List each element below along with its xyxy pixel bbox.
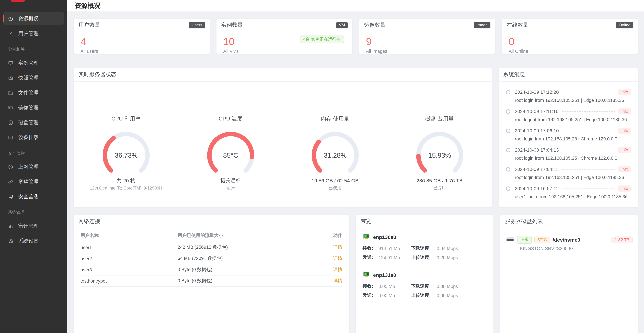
cell-username: testhoneypot: [80, 276, 178, 286]
dashed-divider: [562, 130, 615, 131]
board-icon: [8, 194, 14, 199]
sidebar-item-7[interactable]: 磁盘管理: [3, 116, 64, 129]
stat-card-body: 10All VMs4台 实例正在运行中: [216, 32, 352, 54]
up-label: 上传速度:: [411, 292, 437, 298]
sidebar-item-label: 实例管理: [18, 60, 38, 66]
message-item-1: 2024-10-09 17:11:16Inforoot logout from …: [506, 108, 631, 128]
table-row-testhoneypot: testhoneypot0 Byte (0 数据包)详情: [80, 275, 342, 287]
recv-value: 914.51 Mb: [378, 246, 411, 251]
user-icon: [8, 31, 14, 36]
message-timeline[interactable]: 2024-10-09 17:12:20Inforoot login from 1…: [498, 82, 638, 205]
col-username: 用户名称: [80, 228, 178, 242]
sidebar-item-1[interactable]: 用户管理: [3, 27, 64, 40]
stat-card-header: 在线数量Online: [502, 19, 638, 32]
message-time: 2024-10-09 17:12:20: [515, 89, 559, 95]
timeline-node-icon: [506, 148, 510, 152]
info-badge: Info: [618, 147, 631, 153]
disk-list-body: 正常67°C/dev/nvme01.82 TBKINGSTON SNV2S200…: [500, 228, 638, 251]
timeline-node-icon: [506, 167, 510, 172]
stat-card-body: 4All users: [74, 32, 210, 54]
sidebar-item-0[interactable]: 资源概况: [3, 12, 64, 25]
timeline-node-icon: [506, 109, 510, 114]
col-traffic: 用户已使用的流量大小: [178, 228, 318, 242]
running-badge: 4台 实例正在运行中: [300, 36, 344, 43]
network-title: 网络连接: [78, 218, 100, 225]
sidebar-item-12[interactable]: 安全监测: [3, 190, 64, 203]
bandwidth-panel: 带宽 enp130s0接收:914.51 Mb下载速度:0.04 Mbps发送:…: [356, 215, 494, 333]
stat-card-body: 0All Online: [502, 32, 638, 54]
cell-action: 详情: [318, 264, 342, 275]
folder-icon: [8, 90, 14, 96]
nic-icon: [362, 233, 370, 241]
system-messages-header: 系统消息: [498, 68, 638, 82]
timeline-line: [508, 192, 508, 205]
timeline-node-icon: [506, 129, 510, 133]
nic-enp130s0: enp130s0: [362, 233, 487, 241]
sent-label: 发送:: [362, 254, 378, 261]
timeline-line: [508, 134, 508, 147]
stat-card-tag: VM: [336, 22, 348, 29]
message-head: 2024-10-09 17:12:20Info: [515, 89, 631, 95]
info-badge: Info: [618, 166, 631, 172]
stat-card-title: 用户数量: [78, 22, 100, 29]
sidebar-item-4[interactable]: 快照管理: [3, 71, 64, 85]
system-messages-title: 系统消息: [503, 71, 525, 78]
sidebar-item-14[interactable]: 审计管理: [3, 219, 64, 233]
message-text: root logout from 192.168.105.251 | Edge …: [515, 117, 631, 122]
disk-model: KINGSTON SNV2S2000G: [520, 246, 632, 251]
up-value: 0.20 Mbps: [437, 255, 487, 260]
table-row-user3: user30 Byte (0 数据包)详情: [80, 264, 342, 275]
message-text: root login from 192.168.105.25 | Chrome …: [515, 156, 631, 161]
detail-link[interactable]: 详情: [333, 278, 342, 283]
detail-link[interactable]: 详情: [333, 267, 342, 272]
content[interactable]: 用户数量Users4All users实例数量VM10All VMs4台 实例正…: [67, 12, 644, 333]
gauge-3: 磁盘 占用量15.93%286.85 GB / 1.76 TB已占用: [387, 115, 492, 192]
cell-username: user2: [80, 254, 178, 263]
sidebar-item-8[interactable]: 设备挂载: [3, 131, 64, 144]
sidebar-item-10[interactable]: 上网管理: [3, 160, 64, 174]
timeline-node-icon: [506, 90, 510, 94]
disk-status-badge: 正常: [517, 236, 532, 244]
stat-card-title: 镜像数量: [364, 22, 386, 29]
gauge-sublabel: 已使用: [329, 185, 342, 191]
sidebar-item-11[interactable]: 蜜罐管理: [3, 175, 64, 188]
stat-card-1: 实例数量VM10All VMs4台 实例正在运行中: [216, 19, 352, 54]
network-table-body: user1242 MB (256912 数据包)详情user264 MB (72…: [80, 242, 342, 287]
disk-list-header: 服务器磁盘列表: [500, 215, 638, 228]
network-panel: 网络连接 用户名称 用户已使用的流量大小 动作 user1242 MB (256…: [74, 215, 349, 333]
gauge-title: 内存 使用量: [321, 115, 350, 123]
sidebar-item-label: 快照管理: [18, 75, 38, 81]
detail-link[interactable]: 详情: [333, 256, 342, 261]
table-row-user1: user1242 MB (256912 数据包)详情: [80, 242, 342, 253]
sent-label: 发送:: [362, 292, 378, 298]
sidebar-item-label: 设备挂载: [18, 134, 38, 141]
recv-value: 0.00 Mb: [378, 284, 411, 289]
sidebar-item-3[interactable]: 实例管理: [3, 56, 64, 70]
detail-link[interactable]: 详情: [333, 245, 342, 250]
capsule-icon: [8, 179, 14, 185]
sidebar: 资源概况用户管理实例相关实例管理快照管理文件管理镜像管理磁盘管理设备挂载安全监控…: [0, 0, 67, 333]
gauge-1: CPU 温度85°C摄氏温标实时: [178, 115, 283, 192]
bar-chart-icon: [8, 223, 14, 229]
sidebar-item-15[interactable]: 系统设置: [3, 234, 64, 248]
sidebar-item-5[interactable]: 文件管理: [3, 86, 64, 100]
message-head: 2024-10-09 17:04:13Info: [515, 147, 631, 153]
sidebar-item-6[interactable]: 镜像管理: [3, 101, 64, 114]
timeline-node-icon: [506, 186, 510, 191]
message-time: 2024-10-09 17:04:13: [515, 147, 559, 153]
disk-row-0: 正常67°C/dev/nvme01.82 TB: [506, 236, 632, 244]
down-label: 下载速度:: [411, 245, 437, 251]
dashed-divider: [562, 92, 615, 92]
message-item-5: 2024-10-09 16:57:12Infouser1 login from …: [506, 185, 631, 205]
gauge-row: CPU 利用率36.73%共 20 核12th Gen Intel(R) Cor…: [74, 82, 492, 192]
disk-list-panel: 服务器磁盘列表 正常67°C/dev/nvme01.82 TBKINGSTON …: [500, 215, 638, 333]
disk-device-name: /dev/nvme0: [553, 237, 580, 243]
stat-card-title: 实例数量: [221, 22, 243, 29]
dashed-divider: [562, 150, 615, 150]
stat-card-value: 9: [366, 37, 490, 47]
message-head: 2024-10-09 16:57:12Info: [515, 185, 631, 192]
timeline-line: [508, 96, 508, 108]
sidebar-section-label: 系统管理: [0, 205, 67, 218]
message-head: 2024-10-09 17:06:10Info: [515, 128, 631, 134]
up-label: 上传速度:: [411, 254, 437, 261]
